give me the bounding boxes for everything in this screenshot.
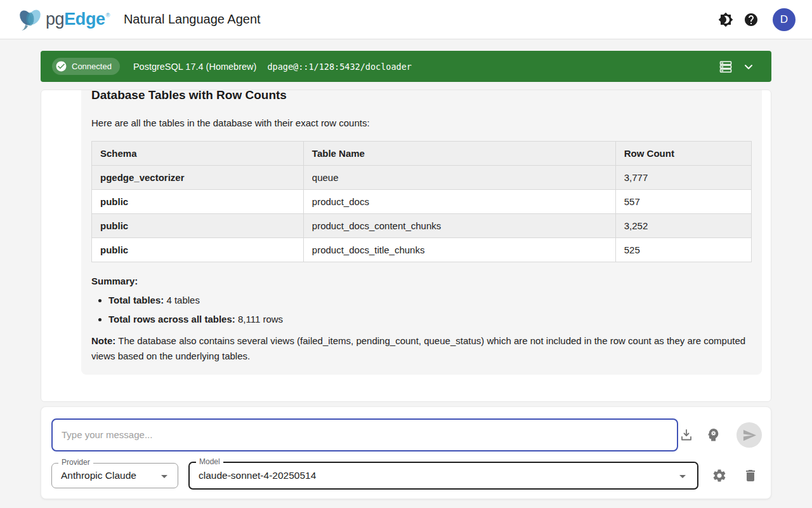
cell-row-count: 3,777 — [615, 166, 751, 190]
column-header-schema: Schema — [92, 142, 304, 166]
summary-label: Summary: — [91, 276, 752, 286]
connection-bar: Connected PostgreSQL 17.4 (Homebrew) dpa… — [41, 51, 771, 82]
provider-label: Provider — [58, 458, 93, 467]
send-button[interactable] — [737, 422, 762, 448]
connection-status-label: Connected — [72, 62, 112, 71]
trash-icon — [743, 468, 758, 483]
dropdown-arrow-icon — [157, 469, 172, 484]
view-list-icon — [718, 59, 733, 74]
psychology-button[interactable] — [700, 422, 726, 448]
dark-mode-toggle-icon — [718, 12, 733, 27]
summary-list: Total tables: 4 tables Total rows across… — [91, 295, 752, 324]
settings-button[interactable] — [707, 463, 732, 488]
server-version-label: PostgreSQL 17.4 (Homebrew) — [133, 62, 257, 72]
psychology-icon — [705, 427, 721, 443]
model-select[interactable]: Model claude-sonnet-4-20250514 — [188, 462, 698, 490]
message-input[interactable] — [51, 418, 678, 451]
message-intro: Here are all the tables in the database … — [91, 117, 752, 128]
help-button[interactable] — [738, 7, 764, 32]
connection-expand-button[interactable] — [737, 55, 760, 78]
message-heading: Database Tables with Row Counts — [91, 90, 752, 102]
pgedge-logo-icon — [16, 6, 44, 33]
cell-table-name: product_docs_content_chunks — [303, 214, 615, 238]
list-item: Total tables: 4 tables — [108, 295, 752, 305]
table-header-row: Schema Table Name Row Count — [92, 142, 752, 166]
connection-string: dpage@::1/128:5432/docloader — [267, 62, 412, 72]
pgedge-wordmark: pgEdge® — [46, 10, 110, 29]
table-row: public product_docs_content_chunks 3,252 — [92, 214, 752, 238]
app-header: pgEdge® Natural Language Agent D — [0, 0, 812, 39]
check-circle-icon — [55, 60, 67, 72]
cell-table-name: product_docs — [303, 190, 615, 214]
cell-row-count: 3,252 — [615, 214, 751, 238]
column-header-row-count: Row Count — [615, 142, 751, 166]
assistant-message-bubble: Database Tables with Row Counts Here are… — [81, 90, 762, 375]
list-item: Total rows across all tables: 8,111 rows — [108, 314, 752, 324]
cell-row-count: 525 — [615, 238, 751, 262]
table-row: public product_docs_title_chunks 525 — [92, 238, 752, 262]
table-row: public product_docs 557 — [92, 190, 752, 214]
note-paragraph: Note: The database also contains several… — [91, 333, 752, 363]
gear-icon — [712, 468, 727, 483]
help-icon — [743, 12, 759, 27]
model-value: claude-sonnet-4-20250514 — [190, 463, 697, 488]
view-list-button[interactable] — [714, 55, 737, 78]
composer-panel: Provider Anthropic Claude Model claude-s… — [41, 406, 771, 499]
model-label: Model — [196, 457, 223, 466]
db-tables-table: Schema Table Name Row Count pgedge_vecto… — [91, 141, 752, 262]
cell-table-name: product_docs_title_chunks — [303, 238, 615, 262]
dark-mode-toggle-button[interactable] — [713, 7, 738, 32]
cell-schema: pgedge_vectorizer — [92, 166, 304, 190]
user-avatar[interactable]: D — [773, 8, 796, 31]
cell-table-name: queue — [303, 166, 615, 190]
column-header-table-name: Table Name — [303, 142, 615, 166]
provider-select[interactable]: Provider Anthropic Claude — [51, 463, 178, 488]
cell-schema: public — [92, 238, 304, 262]
pgedge-logo: pgEdge® — [16, 6, 110, 33]
chat-history-panel: Database Tables with Row Counts Here are… — [41, 90, 771, 402]
dropdown-arrow-icon — [675, 469, 690, 484]
download-icon — [679, 427, 694, 443]
cell-schema: public — [92, 190, 304, 214]
clear-chat-button[interactable] — [738, 463, 763, 488]
cell-row-count: 557 — [615, 190, 751, 214]
download-button[interactable] — [674, 422, 699, 448]
cell-schema: public — [92, 214, 304, 238]
table-row: pgedge_vectorizer queue 3,777 — [92, 166, 752, 190]
chevron-down-icon — [741, 59, 756, 74]
page-title: Natural Language Agent — [124, 12, 261, 27]
send-icon — [742, 428, 757, 443]
connection-status-badge: Connected — [52, 58, 120, 75]
